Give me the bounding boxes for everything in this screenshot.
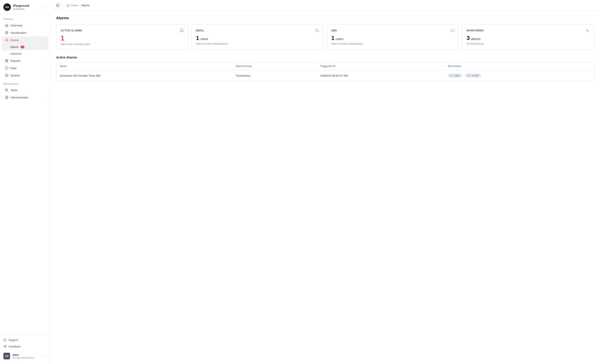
user-chevron-icon: ⌃ bbox=[44, 354, 47, 358]
svg-point-0 bbox=[5, 7, 7, 8]
active-alarms-count: 1 bbox=[61, 35, 184, 41]
logo-text: Playground Enterprise bbox=[13, 4, 29, 10]
page-content: Alarms Active Alarms 1 alarms are curren… bbox=[50, 11, 600, 364]
breadcrumb: Home › Alarms bbox=[66, 4, 90, 7]
email-count: 1 bbox=[196, 35, 199, 41]
chevron-right-icon: › bbox=[44, 31, 45, 34]
email-card: EMAIL 1 users have an active subscriptio… bbox=[192, 25, 324, 50]
alarm-name: Generator kW Greater Than 900 bbox=[56, 70, 232, 81]
layers-icon bbox=[5, 31, 8, 34]
management-section-label: Management bbox=[0, 79, 50, 86]
events-chevron-icon: › bbox=[43, 40, 46, 40]
user-profile[interactable]: CN John John@controlcomtec... ⌃ bbox=[2, 351, 48, 362]
alarms-table-wrapper: Name Alarm Group Triggered At Occurance … bbox=[56, 62, 594, 81]
sms-desc: have an active subscriptions bbox=[331, 42, 455, 45]
administration-label: Administration bbox=[10, 96, 28, 99]
occurrence-year-count: 0 bbox=[450, 74, 452, 77]
data-icon bbox=[5, 66, 8, 70]
bell-icon bbox=[5, 38, 8, 42]
data-label: Data bbox=[10, 67, 17, 70]
breadcrumb-home-link[interactable]: Home bbox=[71, 4, 78, 7]
sidebar: Playground Enterprise ⌃ Platform Overvie… bbox=[0, 0, 50, 364]
feedback-icon bbox=[3, 345, 7, 348]
breadcrumb-current: Alarms bbox=[81, 4, 90, 7]
feedback-item[interactable]: Feedback bbox=[2, 343, 48, 350]
year-label: year bbox=[455, 74, 460, 77]
sidebar-item-reports[interactable]: Reports › bbox=[2, 57, 48, 64]
sms-card: SMS 1 users have an active subscriptions bbox=[327, 25, 459, 50]
email-count-label: users bbox=[200, 37, 208, 41]
col-name: Name bbox=[56, 62, 232, 70]
historical-label: Historical bbox=[10, 52, 21, 55]
support-icon bbox=[3, 338, 7, 342]
svg-point-1 bbox=[7, 7, 8, 8]
topbar-separator bbox=[64, 3, 64, 8]
data-chevron-icon: › bbox=[44, 67, 45, 70]
svg-rect-4 bbox=[5, 59, 7, 61]
reports-label: Reports bbox=[10, 59, 20, 63]
active-alarms-card: Active Alarms 1 alarms are currently act… bbox=[56, 25, 188, 50]
reports-icon bbox=[5, 59, 8, 63]
sidebar-toggle-button[interactable] bbox=[55, 2, 61, 9]
month-label: month bbox=[472, 74, 479, 77]
user-initials: CN bbox=[5, 355, 8, 357]
sidebar-item-system[interactable]: System › bbox=[2, 72, 48, 79]
main-content: Home › Alarms Alarms Active Alarms 1 ala… bbox=[50, 0, 600, 364]
svg-rect-6 bbox=[7, 61, 8, 62]
platform-section-label: Platform bbox=[0, 14, 50, 22]
table-row: Generator kW Greater Than 900 Technician… bbox=[56, 70, 594, 81]
sidebar-logo: Playground Enterprise bbox=[3, 3, 29, 11]
sidebar-item-events[interactable]: Events › bbox=[2, 36, 48, 44]
active-alarms-section-title: Active Alarms bbox=[56, 55, 594, 59]
user-email: John@controlcomtec... bbox=[12, 356, 36, 359]
admin-chevron-icon: › bbox=[44, 96, 45, 99]
alarms-badge: 1 bbox=[20, 46, 24, 48]
sidebar-item-administration[interactable]: Administration › bbox=[2, 94, 48, 101]
overview-label: Overview bbox=[10, 24, 22, 27]
svg-point-2 bbox=[8, 7, 9, 8]
sidebar-collapse-button[interactable]: ⌃ bbox=[44, 5, 47, 9]
email-card-title: EMAIL bbox=[196, 29, 204, 32]
system-label: System bbox=[10, 74, 20, 77]
svg-rect-5 bbox=[7, 59, 8, 61]
col-alarm-group: Alarm Group bbox=[232, 62, 317, 70]
svg-point-23 bbox=[316, 29, 317, 31]
monitoring-count: 3 bbox=[467, 35, 470, 41]
sidebar-header: Playground Enterprise ⌃ bbox=[0, 0, 50, 14]
sidebar-item-alarms[interactable]: Alarms 1 bbox=[2, 44, 48, 50]
table-body: Generator kW Greater Than 900 Technician… bbox=[56, 70, 594, 81]
sidebar-nav: Platform Overview Visualization › bbox=[0, 14, 50, 334]
sidebar-item-visualization[interactable]: Visualization › bbox=[2, 29, 48, 36]
alarms-table: Name Alarm Group Triggered At Occurance … bbox=[56, 62, 594, 81]
alarm-occurrence: 0 × year 0 × month bbox=[444, 70, 594, 81]
administration-icon bbox=[5, 96, 8, 99]
sidebar-item-data[interactable]: Data › bbox=[2, 64, 48, 72]
user-avatar: CN bbox=[3, 353, 10, 359]
sidebar-item-overview[interactable]: Overview bbox=[2, 22, 48, 29]
support-item[interactable]: Support bbox=[2, 337, 48, 343]
active-alarms-title: Active Alarms bbox=[61, 29, 82, 32]
table-header-row: Name Alarm Group Triggered At Occurance bbox=[56, 62, 594, 70]
user-name: John bbox=[12, 353, 36, 356]
sidebar-item-historical[interactable]: Historical bbox=[2, 50, 48, 57]
svg-marker-3 bbox=[5, 31, 8, 33]
sms-count: 1 bbox=[331, 35, 335, 41]
feedback-label: Feedback bbox=[9, 345, 20, 348]
table-header: Name Alarm Group Triggered At Occurance bbox=[56, 62, 594, 70]
alarms-label: Alarms bbox=[10, 46, 19, 49]
times-month-symbol: × bbox=[469, 74, 471, 77]
email-desc: have an active subscriptions bbox=[196, 42, 319, 45]
visualization-label: Visualization bbox=[10, 31, 26, 34]
sidebar-item-team[interactable]: Team bbox=[2, 86, 48, 94]
alarm-group: Technicians bbox=[232, 70, 317, 81]
support-label: Support bbox=[9, 338, 18, 342]
sms-card-title: SMS bbox=[331, 29, 337, 32]
occurrence-month-badge: 0 × month bbox=[465, 73, 481, 78]
occurrence-year-badge: 0 × year bbox=[448, 73, 462, 78]
breadcrumb-home-icon bbox=[66, 4, 69, 7]
users-icon bbox=[5, 88, 8, 92]
reports-chevron-icon: › bbox=[44, 59, 45, 62]
monitoring-desc: on this account bbox=[467, 42, 590, 45]
sms-count-label: users bbox=[336, 37, 344, 41]
breadcrumb-separator: › bbox=[79, 4, 80, 7]
